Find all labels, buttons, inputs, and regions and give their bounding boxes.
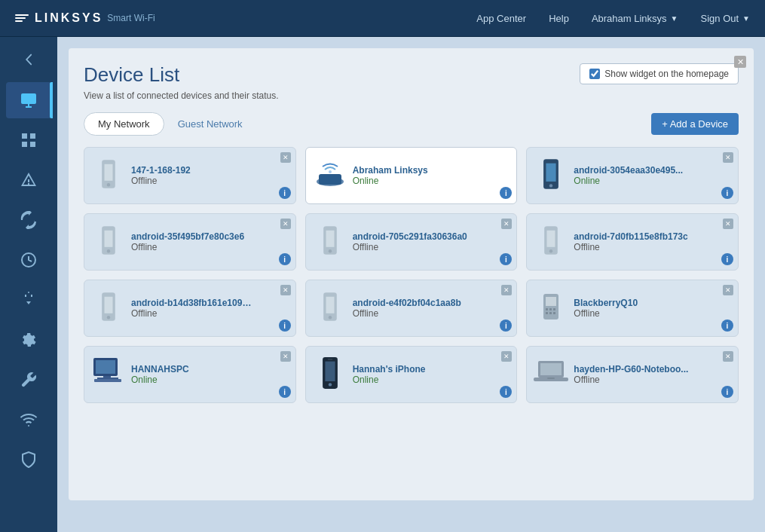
device-status: Offline [131,176,286,186]
device-card[interactable]: ✕ android-705c291fa30636a0Offlinei [305,213,518,271]
svg-rect-39 [546,312,548,314]
sidebar-item-warning[interactable] [6,162,51,198]
device-card[interactable]: ✕ android-35f495bf7e80c3e6Offlinei [84,213,296,271]
logo-text: LINKSYS [35,11,103,25]
wifi-icon [20,411,38,429]
device-info: android-705c291fa30636a0Offline [353,231,508,252]
device-info: Abraham LinksysOnline [353,165,508,186]
svg-rect-52 [540,363,562,375]
monitor-icon [20,91,38,109]
app-center-link[interactable]: App Center [476,13,526,24]
device-info-button[interactable]: i [500,187,512,199]
device-card[interactable]: ✕ android-e4f02bf04c1aa8bOfflinei [305,280,518,337]
device-card-close[interactable]: ✕ [723,285,733,295]
device-status: Offline [574,375,729,385]
device-card-close[interactable]: ✕ [280,351,291,362]
user-dropdown-arrow: ▼ [671,14,678,23]
device-info-button[interactable]: i [721,386,733,398]
device-info: BlackberryQ10Offline [574,298,729,319]
sidebar-item-monitor[interactable] [6,82,51,118]
device-info-button[interactable]: i [721,253,733,265]
device-card-close[interactable]: ✕ [723,152,733,163]
device-card-close[interactable]: ✕ [280,219,291,229]
sidebar-item-grid[interactable] [6,122,51,158]
svg-rect-38 [553,308,555,310]
sidebar-item-update[interactable] [6,202,51,238]
device-card-close[interactable]: ✕ [280,152,291,163]
svg-rect-5 [22,142,27,147]
help-link[interactable]: Help [549,13,569,24]
svg-rect-41 [553,312,555,314]
device-info-button[interactable]: i [279,253,291,265]
device-name: Hannah's iPhone [353,364,473,375]
usb-icon [20,291,38,309]
phone-icon [322,225,338,258]
sidebar-item-clock[interactable] [6,242,51,278]
widget-checkbox[interactable] [589,69,600,79]
clock-icon [20,251,38,269]
svg-point-15 [329,170,332,173]
panel-header: Device List Show widget on the homepage [84,63,739,87]
device-card[interactable]: Abraham LinksysOnlinei [305,147,518,204]
device-panel: ✕ Device List Show widget on the homepag… [69,48,754,500]
device-status: Offline [353,242,508,252]
device-info-button[interactable]: i [279,320,291,332]
device-card-close[interactable]: ✕ [723,351,733,362]
main-layout: ✕ Device List Show widget on the homepag… [0,37,765,532]
svg-rect-29 [105,297,113,313]
device-card-close[interactable]: ✕ [723,219,733,229]
sidebar-item-security[interactable] [6,442,51,478]
svg-rect-46 [103,376,111,379]
device-info-button[interactable]: i [721,320,733,332]
device-card-close[interactable]: ✕ [501,219,512,229]
sidebar-item-tools[interactable] [6,362,51,398]
device-name: hayden-HP-G60-Noteboo... [574,364,694,375]
device-card[interactable]: ✕ 147-1-168-192Offlinei [84,147,296,204]
widget-checkbox-area[interactable]: Show widget on the homepage [580,63,739,84]
svg-rect-0 [21,93,36,104]
svg-rect-35 [546,297,556,306]
tab-my-network[interactable]: My Network [84,112,164,136]
device-info-button[interactable]: i [500,320,512,332]
device-card[interactable]: ✕ android-b14d38fb161e1099...Offlinei [84,280,296,337]
device-card-close[interactable]: ✕ [280,285,291,295]
device-card[interactable]: ✕ android-7d0fb115e8fb173cOfflinei [526,213,739,271]
content-area: ✕ Device List Show widget on the homepag… [57,37,765,532]
device-card[interactable]: ✕ HANNAHSPCOnlinei [84,346,296,403]
grid-icon [20,131,38,149]
svg-point-8 [28,292,29,293]
tab-guest-network[interactable]: Guest Network [164,113,256,135]
panel-title: Device List [84,63,179,87]
sidebar [0,37,57,532]
device-icon-area [536,157,566,194]
top-navigation: LINKSYS Smart Wi-Fi App Center Help Abra… [0,0,765,37]
device-info-button[interactable]: i [500,386,512,398]
device-info-button[interactable]: i [279,386,291,398]
svg-point-27 [549,249,552,252]
device-info-button[interactable]: i [721,187,733,199]
sign-out-menu[interactable]: Sign Out ▼ [701,13,751,24]
device-card-close[interactable]: ✕ [501,351,512,362]
panel-subtitle: View a list of connected devices and the… [84,90,739,101]
user-menu[interactable]: Abraham Linksys ▼ [592,13,678,24]
svg-rect-20 [105,231,113,247]
panel-close-button[interactable]: ✕ [734,56,746,68]
sidebar-item-settings[interactable] [6,322,51,358]
sidebar-item-usb[interactable] [6,282,51,318]
add-device-button[interactable]: + Add a Device [651,113,739,135]
device-card[interactable]: ✕ Hannah's iPhoneOnlinei [305,346,518,403]
device-info-button[interactable]: i [500,253,512,265]
device-card-close[interactable]: ✕ [501,285,512,295]
device-status: Offline [131,308,286,319]
device-card[interactable]: ✕ BlackberryQ10Offlinei [526,280,739,337]
tools-icon [20,371,38,389]
svg-point-18 [549,184,552,187]
device-info-button[interactable]: i [279,187,291,199]
device-icon-area [315,157,345,194]
device-card[interactable]: ✕ hayden-HP-G60-Noteboo...Offlinei [526,346,739,403]
sidebar-back-button[interactable] [0,44,57,75]
sidebar-item-wifi[interactable] [6,402,51,438]
svg-point-9 [28,425,29,427]
device-name: android-35f495bf7e80c3e6 [131,231,252,242]
device-card[interactable]: ✕ android-3054eaa30e495...Onlinei [526,147,739,204]
